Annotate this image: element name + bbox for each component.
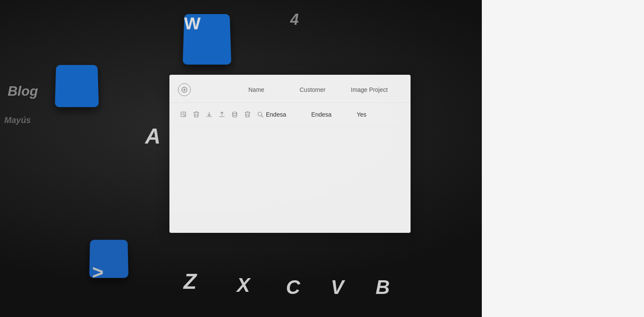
col-header-customer: Customer [300, 86, 351, 93]
key-label-b: B [376, 276, 390, 299]
table-container: Name Customer Image Project [169, 75, 411, 126]
key-label-w: W [184, 14, 201, 33]
key-label-a: A [145, 124, 160, 149]
blue-key-a [55, 65, 99, 107]
svg-point-6 [233, 112, 237, 114]
row-name-value: Endesa [266, 111, 311, 118]
row-image-project-value: Yes [357, 111, 402, 118]
table-header-row: Name Customer Image Project [169, 75, 411, 103]
search-icon[interactable] [255, 109, 266, 120]
upload-icon[interactable] [216, 109, 227, 120]
data-table-modal: Name Customer Image Project [169, 75, 411, 233]
key-label-x: X [237, 273, 250, 296]
right-panel [482, 0, 644, 317]
col-header-image-project: Image Project [351, 86, 402, 93]
key-label-z: Z [184, 269, 197, 294]
download-icon[interactable] [204, 109, 215, 120]
blue-key-w: W [183, 14, 231, 65]
row-customer-value: Endesa [311, 111, 356, 118]
svg-line-10 [262, 116, 263, 117]
key-label-v: V [331, 276, 344, 299]
database-icon[interactable] [229, 109, 240, 120]
key-label-c: C [286, 276, 300, 299]
table-data-row: Endesa Endesa Yes [169, 103, 411, 126]
add-record-button[interactable] [178, 83, 191, 96]
key-label-blog: Blog [8, 83, 38, 99]
key-label-arrow: > [92, 261, 103, 284]
key-label-4: 4 [290, 11, 299, 29]
key-label-mayus: Mayús [4, 115, 31, 125]
toolbar-icons [178, 109, 266, 120]
delete-icon[interactable] [191, 109, 202, 120]
col-header-name: Name [248, 86, 300, 93]
trash-icon[interactable] [242, 109, 253, 120]
edit-icon[interactable] [178, 109, 189, 120]
